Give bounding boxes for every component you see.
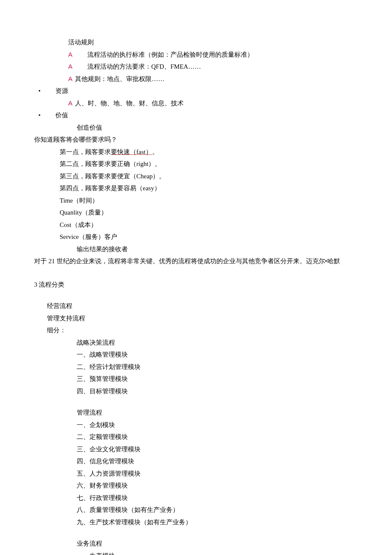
heading-activity-rules: 活动规则 (34, 36, 358, 49)
rule-line-3: A其他规则：地点、审批权限…… (34, 73, 358, 85)
heading-value: 价值 (55, 109, 68, 122)
group-2-item: 二、定额管理模块 (34, 431, 358, 443)
value-sub: 创造价值 (34, 122, 358, 134)
metric-cost: Cost（成本） (34, 219, 358, 231)
rule-text: 流程活动的方法要求：QFD、FMEA…… (87, 63, 201, 70)
underlined-text: 要快速（fast） (111, 148, 152, 155)
point-4: 第四点，顾客要求是要容易（easy） (34, 182, 358, 195)
proc-business: 经营流程 (34, 300, 358, 312)
group-2-item: 五、人力资源管理模块 (34, 468, 358, 480)
a-marker: A (68, 97, 72, 110)
output-receiver: 输出结果的接收者 (34, 243, 358, 256)
bullet-icon: • (34, 109, 55, 122)
rule-line-2: A流程活动的方法要求：QFD、FMEA…… (34, 61, 358, 73)
group-1-item: 一、战略管理模块 (34, 349, 358, 361)
quote-line: 对于 21 世纪的企业来说，流程将非常关键。优秀的流程将使成功的企业与其他竞争者… (34, 255, 358, 267)
point-3: 第三点，顾客要求要便宜（Cheap）。 (34, 170, 358, 183)
proc-management-support: 管理支持流程 (34, 312, 358, 325)
metric-time: Time（时间） (34, 195, 358, 207)
group-1-item: 四、目标管理模块 (34, 385, 358, 398)
point-2: 第二点，顾客要求要正确（right）。 (34, 158, 358, 170)
group-1-item: 三、预算管理模块 (34, 373, 358, 385)
metric-quality: Quanlity（质量） (34, 206, 358, 219)
bullet-icon: • (34, 85, 55, 97)
group-2-item: 八、质量管理模块（如有生产业务） (34, 504, 358, 516)
group-2-item: 九、生产技术管理模块（如有生产业务） (34, 516, 358, 529)
a-marker: A (68, 49, 87, 61)
group-1-item: 二、经营计划管理模块 (34, 361, 358, 373)
subdivision-label: 细分： (34, 324, 358, 337)
heading-resource: 资源 (55, 85, 68, 97)
a-marker: A (68, 61, 87, 73)
section-3-title: 3 流程分类 (34, 279, 358, 291)
group-3-item: 一、生产模块 (34, 550, 358, 555)
resource-line: A人、时、物、地、物、财、信息、技术 (34, 97, 358, 110)
group-2-item: 一、企划模块 (34, 419, 358, 431)
metric-service: Service（服务）客户 (34, 231, 358, 243)
group-2-title: 管理流程 (34, 407, 358, 419)
bullet-row-resource: • 资源 (34, 85, 358, 97)
group-2-item: 七、行政管理模块 (34, 492, 358, 504)
rule-line-1: A流程活动的执行标准（例如：产品检验时使用的质量标准） (34, 49, 358, 61)
bullet-row-value: • 价值 (34, 109, 358, 122)
point-1: 第一点，顾客要求要快速（fast）。 (34, 146, 358, 158)
group-2-item: 四、信息化管理模块 (34, 455, 358, 468)
group-3-title: 业务流程 (34, 538, 358, 550)
group-1-title: 战略决策流程 (34, 337, 358, 349)
group-2-item: 六、财务管理模块 (34, 479, 358, 492)
question-line: 你知道顾客将会哪些要求吗？ (34, 134, 358, 146)
resource-text: 人、时、物、地、物、财、信息、技术 (75, 100, 184, 107)
rule-text: 流程活动的执行标准（例如：产品检验时使用的质量标准） (87, 51, 254, 58)
rule-text: 其他规则：地点、审批权限…… (75, 76, 164, 82)
group-2-item: 三、企业文化管理模块 (34, 443, 358, 456)
a-marker: A (68, 73, 72, 85)
